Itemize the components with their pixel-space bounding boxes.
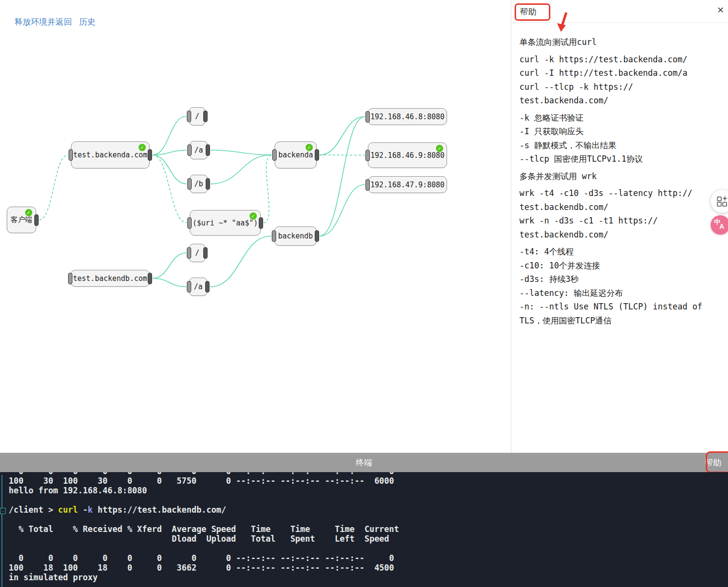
help-line: -c10: 10个并发连接 [519, 259, 720, 273]
terminal-output: - 0 0 0 0 0 0 0 0 --:--:-- --:--:-- --:-… [0, 472, 728, 587]
edge-backendb-to-ip-47-9[interactable] [320, 185, 365, 237]
edge-backenda-com-to-slash-b-top[interactable] [153, 155, 187, 184]
help-line: --tlcp 国密使用TLCPv1.1协议 [519, 152, 720, 166]
edge-backenda-com-to-slash-top[interactable] [153, 116, 186, 155]
app-window: 释放环境并返回 历史 ✓客户端✓test.backenda.com//a/b✓(… [0, 0, 728, 587]
edge-backenda-to-ip-46-8[interactable] [320, 117, 365, 155]
check-badge-icon: ✓ [139, 144, 146, 151]
input-port[interactable] [187, 247, 191, 259]
graph-node-backendb[interactable]: backendb [274, 226, 317, 246]
help-line: 单条流向测试用curl [519, 35, 720, 49]
help-line: test.backendb.com/ [519, 200, 720, 214]
input-port[interactable] [272, 230, 276, 242]
input-port[interactable] [272, 149, 277, 161]
help-panel: 帮助 ✕ 单条流向测试用curlcurl -k https://test.bac… [511, 0, 728, 453]
help-line: --latency: 输出延迟分布 [519, 286, 720, 300]
output-port[interactable] [315, 230, 319, 242]
edge-backendb-to-ip-46-8[interactable] [320, 117, 365, 237]
edge-slash-b-top-to-backenda[interactable] [210, 155, 272, 184]
terminal-tab[interactable]: 终端 [0, 457, 728, 468]
input-port[interactable] [365, 179, 370, 191]
edge-uri-regex-to-backenda[interactable] [264, 155, 272, 223]
terminal-lines: 0 0 0 0 0 0 0 0 --:--:-- --:--:-- --:--:… [9, 472, 399, 582]
graph-node-client[interactable]: ✓客户端 [7, 207, 36, 233]
edge-backendb-com-to-slash-bottom[interactable] [153, 253, 186, 279]
edge-slash-a-top-to-backenda[interactable] [210, 150, 272, 155]
help-line: curl -I http://test.backenda.com/a [519, 66, 720, 80]
fold-guide-line [1, 475, 2, 587]
output-port[interactable] [206, 178, 210, 190]
flow-canvas[interactable]: ✓客户端✓test.backenda.com//a/b✓($uri ~* "aa… [0, 0, 511, 453]
terminal-title-bar: 终端 帮助 [0, 453, 728, 472]
terminal-prompt-line: /client > curl -k https://test.backendb.… [9, 505, 399, 515]
prompt-token: https://test.backendb.com/ [93, 505, 226, 515]
terminal-line-5 [9, 515, 399, 524]
node-label: 192.168.47.9:8080 [370, 181, 445, 189]
fold-toggle-icon[interactable]: - [0, 508, 6, 514]
help-line: -t4: 4个线程 [519, 245, 720, 259]
input-port[interactable] [365, 150, 370, 161]
node-label: backenda [278, 151, 313, 159]
help-line: TLS，使用国密TLCP通信 [519, 314, 720, 328]
input-port[interactable] [365, 111, 370, 123]
input-port[interactable] [187, 144, 192, 156]
output-port[interactable] [34, 214, 39, 226]
output-port[interactable] [148, 273, 152, 284]
graph-node-ip-46-9[interactable]: ✓192.168.46.9:8080 [368, 142, 447, 168]
output-port[interactable] [148, 149, 152, 161]
help-tab-bottom[interactable]: 帮助 [705, 457, 721, 468]
graph-node-slash-b-top[interactable]: /b [190, 175, 208, 193]
graph-node-ip-47-9[interactable]: 192.168.47.9:8080 [368, 176, 447, 193]
help-section-desc-2: -k 忽略证书验证-I 只获取响应头-s 静默模式，不输出结果--tlcp 国密… [519, 111, 720, 166]
help-line: test.backendb.com/ [519, 228, 720, 242]
input-port[interactable] [187, 281, 191, 293]
edge-backenda-to-ip-46-9[interactable] [320, 155, 365, 155]
graph-node-slash-bottom[interactable]: / [189, 244, 205, 262]
help-line: -d3s: 持续3秒 [519, 272, 720, 286]
graph-node-slash-a-bottom[interactable]: /a [189, 278, 207, 296]
output-port[interactable] [206, 144, 210, 156]
graph-node-backendb-com[interactable]: test.backendb.com [70, 270, 150, 287]
close-icon[interactable]: ✕ [717, 5, 724, 15]
graph-node-slash-a-top[interactable]: /a [190, 141, 208, 159]
graph-node-slash-top[interactable]: / [189, 107, 205, 126]
node-label: 192.168.46.9:8080 [370, 151, 445, 160]
terminal-line-9: 0 0 0 0 0 0 0 0 --:--:-- --:--:-- --:--:… [9, 553, 399, 563]
output-port[interactable] [203, 247, 208, 259]
input-port[interactable] [187, 178, 192, 190]
check-badge-icon: ✓ [250, 212, 257, 220]
translate-float-button[interactable]: 中 A [711, 215, 728, 235]
terminal-line-3 [9, 495, 399, 505]
node-label: / [195, 249, 199, 257]
graph-node-uri-regex[interactable]: ✓($uri ~* "aa$") [190, 210, 261, 236]
terminal-line-8 [9, 544, 399, 553]
edge-backenda-com-to-slash-a-top[interactable] [153, 150, 187, 155]
edge-client-to-backenda-com[interactable] [39, 155, 68, 220]
edge-backendb-com-to-slash-a-bottom[interactable] [153, 279, 186, 287]
edge-backenda-com-to-uri-regex[interactable] [153, 155, 187, 223]
help-section-desc-5: -t4: 4个线程-c10: 10个并发连接-d3s: 持续3秒--latenc… [519, 245, 720, 327]
graph-node-backenda[interactable]: ✓backenda [275, 141, 317, 168]
terminal-line-1: 100 30 100 30 0 0 5750 0 --:--:-- --:--:… [9, 476, 399, 486]
help-section-code-1: curl -k https://test.backenda.com/curl -… [519, 53, 720, 108]
graph-node-ip-46-8[interactable]: 192.168.46.8:8080 [368, 108, 447, 125]
help-section-code-4: wrk -t4 -c10 -d3s --latency http://test.… [519, 186, 720, 241]
help-tab-title[interactable]: 帮助 [520, 6, 536, 17]
input-port[interactable] [69, 149, 73, 161]
graph-node-backenda-com[interactable]: ✓test.backenda.com [71, 141, 150, 168]
output-port[interactable] [315, 149, 319, 161]
help-section-heading-0: 单条流向测试用curl [519, 35, 720, 49]
output-port[interactable] [203, 111, 208, 122]
help-line: wrk -t4 -c10 -d3s --latency http:// [519, 186, 720, 200]
node-label: 192.168.46.8:8080 [370, 112, 445, 121]
help-line: test.backenda.com/ [519, 94, 720, 108]
edge-slash-a-bottom-to-backendb[interactable] [210, 236, 271, 287]
input-port[interactable] [68, 273, 72, 284]
help-line: wrk -n -d3s -c1 -t1 https:// [519, 214, 720, 228]
output-port[interactable] [205, 281, 210, 293]
node-label: / [195, 112, 199, 121]
input-port[interactable] [187, 111, 191, 122]
input-port[interactable] [187, 217, 192, 229]
prompt-token: /client > [9, 505, 58, 515]
output-port[interactable] [259, 217, 263, 229]
